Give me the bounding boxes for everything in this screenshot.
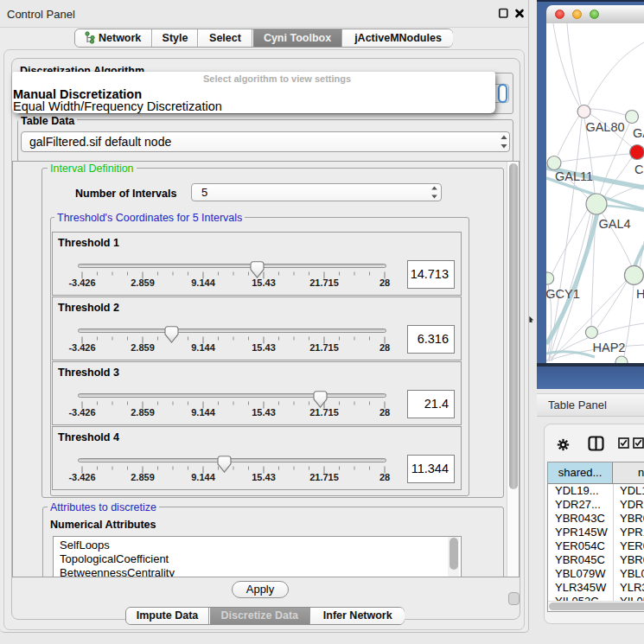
svg-text:GCY1: GCY1	[546, 287, 580, 301]
svg-text:GAL4: GAL4	[598, 217, 630, 231]
svg-text:HAP2: HAP2	[593, 341, 626, 354]
svg-text:C: C	[634, 163, 643, 176]
svg-text:GA: GA	[633, 126, 644, 140]
svg-text:GAL80: GAL80	[585, 120, 624, 134]
svg-text:GAL11: GAL11	[555, 169, 593, 183]
svg-text:HA: HA	[636, 287, 644, 301]
